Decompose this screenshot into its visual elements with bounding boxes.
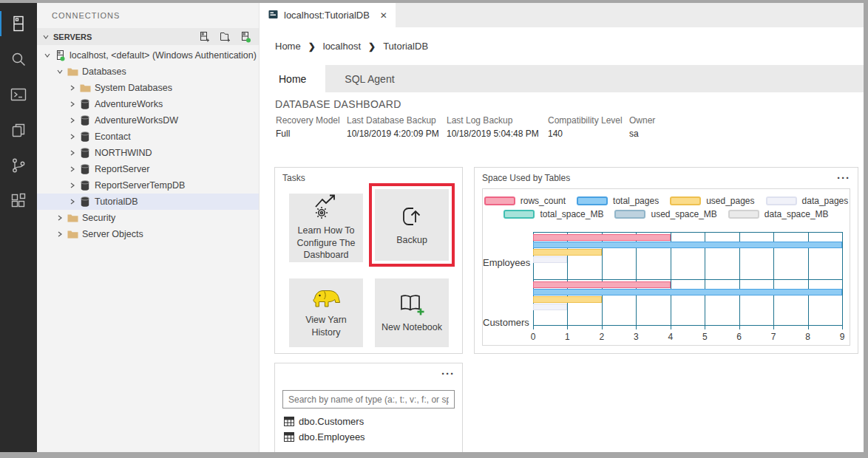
tree-item-databases[interactable]: Databases bbox=[37, 64, 259, 80]
legend-swatch bbox=[766, 196, 797, 205]
tree-item-security[interactable]: Security bbox=[37, 210, 259, 226]
task-button-view-yarn-history[interactable]: View Yarn History bbox=[289, 278, 363, 347]
chevron-right-icon bbox=[54, 215, 66, 221]
chevron-right-icon bbox=[67, 199, 78, 205]
legend-swatch bbox=[728, 210, 759, 219]
x-axis-tick-label: 8 bbox=[805, 332, 810, 342]
copy-pages-icon bbox=[10, 121, 27, 139]
tab-localhost-tutorialdb[interactable]: localhost:TutorialDB ✕ bbox=[260, 3, 396, 27]
task-button-new-notebook[interactable]: New Notebook bbox=[375, 278, 449, 347]
tree-item-label: localhost, <default> (Windows Authentica… bbox=[69, 50, 257, 61]
server-icon bbox=[54, 49, 66, 61]
active-connections-icon[interactable] bbox=[240, 31, 251, 43]
tab-sql-agent[interactable]: SQL Agent bbox=[325, 65, 413, 92]
property-value: Full bbox=[276, 129, 347, 139]
legend-item-total_space_MB: total_space_MB bbox=[503, 209, 603, 219]
tab-home[interactable]: Home bbox=[260, 65, 325, 92]
gridline-horizontal bbox=[533, 325, 842, 326]
breadcrumb-item-home[interactable]: Home bbox=[275, 41, 301, 52]
legend-row: rows_counttotal_pagesused_pagesdata_page… bbox=[484, 196, 849, 206]
legend-label: data_pages bbox=[802, 196, 849, 206]
gridline-horizontal bbox=[533, 279, 842, 280]
editor-area: localhost:TutorialDB ✕ Home❯localhost❯Tu… bbox=[259, 3, 864, 452]
bar-used_pages bbox=[533, 249, 602, 256]
gridline-horizontal bbox=[533, 232, 842, 233]
task-button-label: View Yarn History bbox=[292, 314, 360, 339]
tree-item-adventureworks[interactable]: AdventureWorks bbox=[37, 96, 259, 112]
property-label: Compatibility Level bbox=[548, 115, 629, 126]
tree-item-northwind[interactable]: NORTHWIND bbox=[37, 145, 259, 161]
x-axis-tick-label: 7 bbox=[771, 332, 776, 342]
activity-bar bbox=[0, 3, 37, 452]
task-button-backup[interactable]: Backup bbox=[375, 189, 449, 261]
new-connection-icon[interactable] bbox=[198, 31, 210, 43]
tree-item-localhost-default-windows-authentication[interactable]: localhost, <default> (Windows Authentica… bbox=[37, 47, 259, 64]
breadcrumb-item-tutorialdb[interactable]: TutorialDB bbox=[383, 41, 428, 52]
bar-group-employees bbox=[533, 234, 842, 264]
list-item-dbo-employees[interactable]: dbo.Employees bbox=[275, 429, 462, 445]
database-icon bbox=[79, 115, 91, 126]
activity-bar-item-connections[interactable] bbox=[0, 6, 37, 41]
plot-area: 0123456789 bbox=[533, 232, 842, 326]
chevron-right-icon: ❯ bbox=[368, 41, 376, 52]
activity-bar-item-extensions[interactable] bbox=[0, 183, 37, 219]
ellipsis-icon[interactable]: ··· bbox=[837, 174, 850, 182]
property-label: Owner bbox=[629, 115, 655, 126]
property-label: Last Log Backup bbox=[447, 115, 548, 126]
tree-item-label: ReportServer bbox=[95, 164, 149, 174]
x-axis-tick-label: 5 bbox=[702, 332, 708, 342]
activity-bar-item-terminal[interactable] bbox=[0, 77, 37, 112]
servers-actions bbox=[198, 31, 251, 43]
legend-swatch bbox=[614, 210, 645, 219]
tree-item-label: System Databases bbox=[95, 83, 172, 93]
close-icon[interactable]: ✕ bbox=[380, 10, 387, 21]
tree-item-adventureworksdw[interactable]: AdventureWorksDW bbox=[37, 112, 259, 129]
search-panel-header: ··· bbox=[275, 363, 462, 383]
category-label-customers: Customers bbox=[483, 317, 526, 328]
tab-title: localhost:TutorialDB bbox=[284, 10, 370, 21]
search-icon bbox=[10, 50, 27, 68]
tree-item-label: AdventureWorks bbox=[95, 99, 163, 109]
database-icon bbox=[79, 131, 91, 143]
list-item-dbo-customers[interactable]: dbo.Customers bbox=[275, 414, 462, 429]
legend-swatch bbox=[577, 196, 608, 205]
search-input[interactable] bbox=[282, 390, 455, 409]
space-used-panel: Space Used by Tables ··· rows_counttotal… bbox=[474, 167, 858, 354]
chevron-right-icon bbox=[67, 101, 78, 107]
tree-item-tutorialdb[interactable]: TutorialDB bbox=[37, 194, 259, 210]
property-last-log-backup: Last Log Backup10/18/2019 5:04:48 PM bbox=[447, 115, 548, 139]
bar-data_pages bbox=[533, 304, 567, 310]
legend-item-used_space_MB: used_space_MB bbox=[614, 209, 716, 219]
tree-item-econtact[interactable]: Econtact bbox=[37, 129, 259, 145]
ellipsis-icon[interactable]: ··· bbox=[441, 370, 455, 377]
space-used-panel-title: Space Used by Tables bbox=[482, 173, 570, 183]
activity-bar-item-search[interactable] bbox=[0, 41, 37, 77]
legend-item-total_pages: total_pages bbox=[577, 196, 659, 206]
legend-item-data_pages: data_pages bbox=[766, 196, 849, 206]
breadcrumb-item-localhost[interactable]: localhost bbox=[323, 41, 361, 52]
property-owner: Ownersa bbox=[629, 115, 655, 139]
legend-label: used_pages bbox=[706, 196, 754, 206]
servers-section-header[interactable]: SERVERS bbox=[37, 28, 259, 45]
x-axis-tick-label: 1 bbox=[565, 332, 570, 342]
tree-item-reportserver[interactable]: ReportServer bbox=[37, 161, 259, 177]
legend-swatch bbox=[670, 196, 701, 205]
activity-bar-item-copy-pages[interactable] bbox=[0, 112, 37, 148]
dashboard-nav-tabs: HomeSQL Agent bbox=[260, 65, 864, 92]
folder-icon bbox=[67, 228, 78, 240]
task-button-learn-how-to-configure-the-dashboard[interactable]: Learn How To Configure The Dashboard bbox=[289, 194, 363, 262]
new-server-group-icon[interactable] bbox=[219, 31, 231, 43]
task-button-label: New Notebook bbox=[382, 321, 442, 334]
activity-bar-item-source-control[interactable] bbox=[0, 148, 37, 183]
tasks-panel-header: Tasks bbox=[275, 168, 462, 188]
tree-item-server-objects[interactable]: Server Objects bbox=[37, 226, 259, 242]
connections-icon bbox=[10, 15, 27, 33]
tree-item-reportservertempdb[interactable]: ReportServerTempDB bbox=[37, 177, 259, 194]
database-icon bbox=[79, 196, 91, 208]
tree-item-label: Econtact bbox=[95, 131, 131, 142]
server-tree: localhost, <default> (Windows Authentica… bbox=[37, 45, 259, 452]
folder-icon bbox=[67, 66, 78, 78]
tree-item-system-databases[interactable]: System Databases bbox=[37, 80, 259, 96]
property-compatibility-level: Compatibility Level140 bbox=[548, 115, 629, 139]
legend-label: total_pages bbox=[613, 196, 659, 206]
